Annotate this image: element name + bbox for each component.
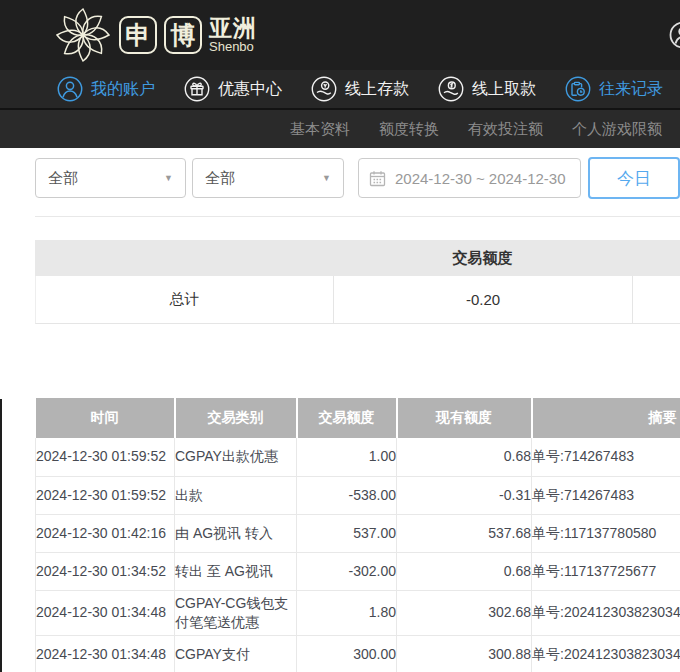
cell-balance: -0.31 [397,476,532,514]
summary-header-empty [35,240,333,276]
subnav-item-credit-transfer[interactable]: 额度转换 [379,120,439,139]
table-row: 2024-12-30 01:34:48 CGPAY支付 300.00 300.8… [36,635,680,672]
nav-item-promotions[interactable]: 优惠中心 [184,76,282,102]
summary-total-amount: -0.20 [334,276,633,323]
nav-item-transaction-records[interactable]: 往来记录 [565,76,663,102]
nav-item-label: 线上取款 [472,79,536,100]
brand-logo[interactable]: 申 博 亚洲 Shenbo [54,6,257,64]
cell-type: CGPAY出款优惠 [175,438,297,476]
column-header-amount: 交易额度 [297,398,397,438]
cell-balance: 302.68 [397,590,532,635]
subnav-item-valid-bets[interactable]: 有效投注额 [468,120,543,139]
column-header-summary: 摘要 [532,398,680,438]
nav-item-label: 优惠中心 [218,79,282,100]
viewport-left-edge [0,399,2,672]
logo-region-text: 亚洲 [209,16,257,40]
select-value: 全部 [48,169,78,188]
cell-balance: 0.68 [397,438,532,476]
summary-header-amount: 交易额度 [333,240,632,276]
select-value: 全部 [205,169,235,188]
column-header-balance: 现有额度 [397,398,532,438]
user-icon [57,76,83,102]
summary-total-label: 总计 [36,276,334,323]
main-nav: 我的账户 优惠中心 线上存款 [0,70,680,110]
table-row: 2024-12-30 01:34:52 转出 至 AG视讯 -302.00 0.… [36,552,680,590]
cell-time: 2024-12-30 01:42:16 [36,514,175,552]
cell-balance: 300.88 [397,635,532,672]
table-row: 2024-12-30 01:42:16 由 AG视讯 转入 537.00 537… [36,514,680,552]
coin-hand-icon [311,76,337,102]
money-hand-icon [438,76,464,102]
cell-time: 2024-12-30 01:59:52 [36,476,175,514]
cell-type: CGPAY-CG钱包支付笔笔送优惠 [175,590,297,635]
cell-summary: 单号:117137725677 [532,552,680,590]
subnav-item-personal-game-limit[interactable]: 个人游戏限额 [572,120,662,139]
nav-item-online-deposit[interactable]: 线上存款 [311,76,409,102]
section-divider [35,216,680,217]
cell-time: 2024-12-30 01:59:52 [36,438,175,476]
logo-name-en: Shenbo [209,40,257,54]
date-range-input[interactable]: 2024-12-30 ~ 2024-12-30 [358,158,581,198]
cell-amount: -302.00 [297,552,397,590]
cell-summary: 单号:202412303823034 [532,590,680,635]
transaction-category-select[interactable]: 全部 ▼ [192,158,344,198]
cell-summary: 单号:714267483 [532,438,680,476]
calendar-icon [369,170,386,187]
gift-icon [184,76,210,102]
cell-amount: 537.00 [297,514,397,552]
cell-amount: 300.00 [297,635,397,672]
transaction-type-select[interactable]: 全部 ▼ [35,158,186,198]
cell-type: 由 AG视讯 转入 [175,514,297,552]
cell-type: 出款 [175,476,297,514]
chevron-down-icon: ▼ [164,173,173,183]
logo-char-box: 博 [164,16,202,54]
cell-summary: 单号:714267483 [532,476,680,514]
cell-balance: 0.68 [397,552,532,590]
nav-item-label: 我的账户 [91,79,155,100]
chevron-down-icon: ▼ [322,173,331,183]
summary-total-row: 总计 -0.20 [35,276,680,324]
cell-time: 2024-12-30 01:34:52 [36,552,175,590]
flower-logo-icon [54,6,112,64]
cell-time: 2024-12-30 01:34:48 [36,590,175,635]
summary-empty-cell [633,276,680,323]
nav-item-label: 往来记录 [599,79,663,100]
nav-item-online-withdrawal[interactable]: 线上取款 [438,76,536,102]
transactions-table: 时间 交易类别 交易额度 现有额度 摘要 2024-12-30 01:59:52… [35,398,680,672]
table-row: 2024-12-30 01:59:52 出款 -538.00 -0.31 单号:… [36,476,680,514]
page-root: 申 博 亚洲 Shenbo 我的账户 [0,0,680,672]
filter-bar: 全部 ▼ 全部 ▼ 2024-12-30 ~ 2024-12-30 今日 [35,158,680,198]
table-header-row: 时间 交易类别 交易额度 现有额度 摘要 [36,398,680,438]
records-clipboard-icon [565,76,591,102]
summary-header-empty [632,240,680,276]
account-subnav: 基本资料 额度转换 有效投注额 个人游戏限额 [0,110,680,148]
table-row: 2024-12-30 01:34:48 CGPAY-CG钱包支付笔笔送优惠 1.… [36,590,680,635]
cell-amount: 1.00 [297,438,397,476]
user-avatar-icon[interactable] [669,21,680,49]
column-header-time: 时间 [36,398,175,438]
today-button[interactable]: 今日 [588,157,680,199]
logo-char-box: 申 [119,16,157,54]
table-row: 2024-12-30 01:59:52 CGPAY出款优惠 1.00 0.68 … [36,438,680,476]
cell-amount: 1.80 [297,590,397,635]
summary-header-row: 交易额度 [35,240,680,276]
summary-table: 交易额度 总计 -0.20 [35,240,680,324]
cell-type: 转出 至 AG视讯 [175,552,297,590]
cell-amount: -538.00 [297,476,397,514]
cell-time: 2024-12-30 01:34:48 [36,635,175,672]
subnav-item-basic-info[interactable]: 基本资料 [290,120,350,139]
cell-summary: 单号:202412303823034 [532,635,680,672]
nav-item-label: 线上存款 [345,79,409,100]
column-header-type: 交易类别 [175,398,297,438]
app-header: 申 博 亚洲 Shenbo [0,0,680,70]
cell-balance: 537.68 [397,514,532,552]
nav-item-my-account[interactable]: 我的账户 [57,76,155,102]
cell-type: CGPAY支付 [175,635,297,672]
cell-summary: 单号:117137780580 [532,514,680,552]
date-range-value: 2024-12-30 ~ 2024-12-30 [395,170,566,187]
